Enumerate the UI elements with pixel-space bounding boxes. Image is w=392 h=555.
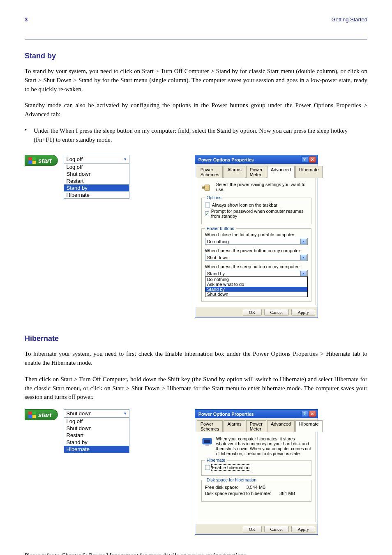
dropdown-item[interactable]: Hibernate [64,191,129,198]
windows-flag-icon [28,412,36,418]
header-section-num: 3 [25,16,28,23]
hibernate-title: Hibernate [25,334,367,343]
monitor-icon [201,436,213,448]
dropdown-item[interactable]: Restart [64,432,129,439]
apply-button[interactable]: Apply [291,526,315,532]
dialog-title: Power Options Properties [198,157,254,162]
sleep-option-list[interactable]: Do nothingAsk me what to doStand byShut … [205,276,308,297]
disk-space-legend: Disk space for hibernation [205,477,258,482]
tab-power-meter[interactable]: Power Meter [246,420,266,432]
dialog-intro: When your computer hibernates, it stores… [216,436,311,456]
select-option[interactable]: Shut down [205,292,307,297]
dropdown-item[interactable]: Log off [64,164,129,170]
lid-label: When I close the lid of my portable comp… [205,232,308,237]
tab-power-schemes[interactable]: Power Schemes [197,166,223,178]
cancel-button[interactable]: Cancel [264,526,289,532]
tab-alarms[interactable]: Alarms [224,420,245,432]
dropdown-item[interactable]: Shut down [64,425,129,432]
power-options-dialog-hibernate: Power Options Properties ? ✕ Power Schem… [195,409,318,535]
header-divider [25,39,367,39]
hibernate-legend: Hibernate [205,458,227,463]
power-select[interactable]: Shut down ▾ [205,254,308,261]
tab-power-meter[interactable]: Power Meter [246,166,266,178]
start-label: start [38,157,52,164]
tab-hibernate[interactable]: Hibernate [295,420,323,432]
help-button[interactable]: ? [301,157,308,163]
dialog-intro: Select the power-saving settings you wan… [216,182,311,192]
hibernate-p2: Then click on Start > Turn Off Computer,… [25,375,367,402]
svg-rect-0 [205,185,210,191]
svg-rect-3 [204,440,210,443]
options-legend: Options [205,195,223,200]
help-button[interactable]: ? [301,411,308,417]
apply-button[interactable]: Apply [291,309,315,315]
checkbox-enable-hibernation[interactable] [205,465,210,470]
sleep-label: When I press the sleep button on my comp… [205,264,308,269]
chk2-label: Prompt for password when computer resume… [211,209,308,219]
dropdown-item[interactable]: Stand by [64,439,129,446]
select-option[interactable]: Ask me what to do [205,282,307,287]
sleep-value: Stand by [207,271,225,276]
dropdown-item[interactable]: Shut down [64,170,129,177]
tab-alarms[interactable]: Alarms [224,166,245,178]
tab-advanced[interactable]: Advanced [267,166,295,178]
dropdown-selected: Log off [67,156,83,162]
cancel-button[interactable]: Cancel [264,309,289,315]
power-value: Shut down [207,255,228,260]
checkbox-show-icon[interactable] [205,203,210,207]
enable-hibernation-label: Enable hibernation [212,465,250,470]
start-label: start [38,411,52,418]
chevron-down-icon[interactable]: ▾ [300,239,307,244]
chevron-down-icon[interactable]: ▾ [124,157,127,162]
hibernate-note: Please refer to Chapter 6: Power Managem… [25,551,367,555]
standby-p1: To stand by your system, you need to cli… [25,67,367,94]
req-disk-value: 384 MB [279,491,295,496]
chevron-down-icon[interactable]: ▾ [124,411,127,416]
dropdown-item[interactable]: Restart [64,177,129,184]
shutdown-dropdown[interactable]: Log off ▾ Log offShut downRestartStand b… [64,155,129,199]
ok-button[interactable]: OK [243,309,262,315]
standby-bullet: Under the When I press the sleep button … [34,127,367,145]
dialog-title: Power Options Properties [198,412,254,417]
tab-advanced[interactable]: Advanced [267,420,295,432]
select-option[interactable]: Do nothing [205,277,307,282]
ok-button[interactable]: OK [243,526,262,532]
tab-power-schemes[interactable]: Power Schemes [197,420,223,432]
tab-hibernate[interactable]: Hibernate [295,166,323,178]
header-section-name: Getting Started [332,16,367,23]
checkbox-password[interactable]: ✓ [205,211,209,216]
chevron-down-icon[interactable]: ▾ [300,271,307,276]
start-button[interactable]: start [25,155,58,166]
power-options-dialog: Power Options Properties ? ✕ Power Schem… [195,155,318,318]
chevron-down-icon[interactable]: ▾ [300,255,307,260]
start-button[interactable]: start [25,409,58,420]
svg-rect-1 [202,187,205,189]
battery-icon [201,182,213,193]
power-label: When I press the power button on my comp… [205,248,308,253]
dropdown-selected: Shut down [67,410,92,417]
close-button[interactable]: ✕ [309,411,316,417]
windows-flag-icon [28,157,36,164]
lid-value: Do nothing [207,239,229,244]
standby-p2: Standby mode can also be activated by co… [25,101,367,119]
hibernate-p1: To hibernate your system, you need to fi… [25,350,367,368]
standby-title: Stand by [25,52,367,60]
free-disk-label: Free disk space: [205,485,238,490]
bullet-icon: • [25,127,34,145]
shutdown-dropdown[interactable]: Shut down ▾ Log offShut downRestartStand… [64,409,129,453]
select-option[interactable]: Stand by [205,287,307,292]
lid-select[interactable]: Do nothing ▾ [205,238,308,245]
sleep-select[interactable]: Stand by ▾ [205,270,308,277]
chk1-label: Always show icon on the taskbar [212,203,278,207]
svg-rect-4 [205,444,209,446]
close-button[interactable]: ✕ [309,157,316,163]
dropdown-item[interactable]: Stand by [64,184,129,191]
power-buttons-legend: Power buttons [205,226,236,231]
dropdown-item[interactable]: Log off [64,418,129,425]
req-disk-label: Disk space required to hibernate: [205,491,271,496]
dropdown-item[interactable]: Hibernate [64,446,129,453]
free-disk-value: 3,544 MB [246,485,265,490]
